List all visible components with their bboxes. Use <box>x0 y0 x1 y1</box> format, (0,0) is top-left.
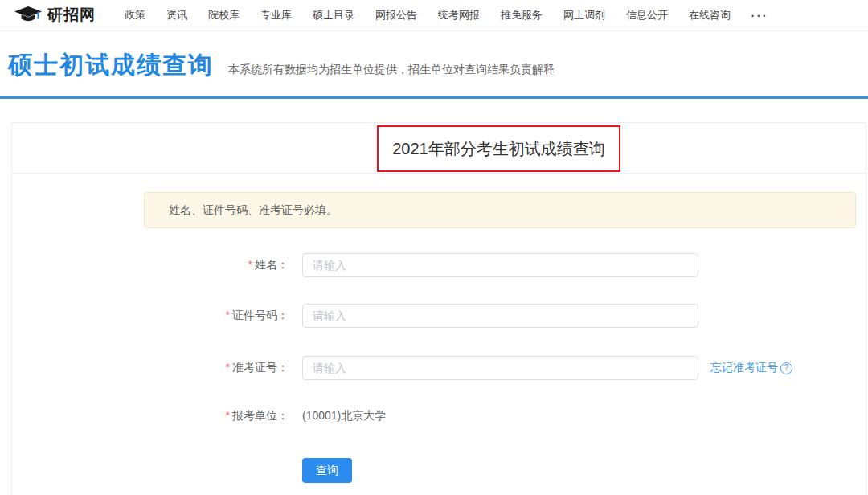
unit-value: (10001)北京大学 <box>302 409 386 423</box>
page-subtitle: 本系统所有数据均为招生单位提供，招生单位对查询结果负责解释 <box>228 63 555 77</box>
query-card: 2021年部分考生初试成绩查询 姓名、证件号码、准考证号必填。 *姓名： *证件… <box>11 122 866 495</box>
nav-more-icon[interactable]: ••• <box>751 10 768 20</box>
nav-item-announcements[interactable]: 网报公告 <box>375 8 417 22</box>
nav-item-info-disclosure[interactable]: 信息公开 <box>626 8 668 22</box>
forgot-ticket-link[interactable]: 忘记准考证号 ? <box>710 361 792 375</box>
form-row-unit: *报考单位： (10001)北京大学 <box>12 409 866 423</box>
required-mark: * <box>226 361 230 374</box>
ticket-number-input[interactable] <box>302 356 698 380</box>
nav-menu: 政策 资讯 院校库 专业库 硕士目录 网报公告 统考网报 推免服务 网上调剂 信… <box>125 8 768 22</box>
nav-item-policy[interactable]: 政策 <box>125 8 145 22</box>
id-number-label: *证件号码： <box>12 309 289 323</box>
question-circle-icon: ? <box>780 362 792 374</box>
form-row-name: *姓名： <box>12 253 866 277</box>
unit-label: *报考单位： <box>12 409 289 423</box>
nav-item-colleges[interactable]: 院校库 <box>208 8 240 22</box>
page-title: 硕士初试成绩查询 <box>8 53 214 77</box>
nav-item-online-consult[interactable]: 在线咨询 <box>689 8 731 22</box>
nav-item-majors[interactable]: 专业库 <box>260 8 292 22</box>
name-label: *姓名： <box>12 258 289 272</box>
logo[interactable]: 研招网 <box>14 5 96 26</box>
page: 研招网 政策 资讯 院校库 专业库 硕士目录 网报公告 统考网报 推免服务 网上… <box>0 0 868 495</box>
top-nav: 研招网 政策 资讯 院校库 专业库 硕士目录 网报公告 统考网报 推免服务 网上… <box>0 0 868 31</box>
ticket-number-label: *准考证号： <box>12 361 289 375</box>
required-mark: * <box>226 409 230 422</box>
red-annotation-box: 2021年部分考生初试成绩查询 <box>377 125 620 172</box>
nav-item-master-catalog[interactable]: 硕士目录 <box>313 8 354 22</box>
page-header: 硕士初试成绩查询 本系统所有数据均为招生单位提供，招生单位对查询结果负责解释 <box>0 31 868 99</box>
id-number-input[interactable] <box>302 304 698 328</box>
notice-banner: 姓名、证件号码、准考证号必填。 <box>144 192 856 228</box>
graduation-cap-icon <box>14 6 42 24</box>
nav-item-unified-exam[interactable]: 统考网报 <box>438 8 480 22</box>
form-row-submit: 查询 <box>12 458 866 483</box>
nav-item-adjustment[interactable]: 网上调剂 <box>563 8 605 22</box>
name-input[interactable] <box>302 253 698 277</box>
notice-text: 姓名、证件号码、准考证号必填。 <box>169 203 338 218</box>
card-header: 2021年部分考生初试成绩查询 <box>12 123 866 174</box>
query-button[interactable]: 查询 <box>302 458 352 483</box>
nav-item-news[interactable]: 资讯 <box>166 8 187 22</box>
required-mark: * <box>226 309 230 321</box>
logo-text: 研招网 <box>47 5 96 26</box>
required-mark: * <box>248 258 252 271</box>
form-row-id-number: *证件号码： <box>12 304 866 328</box>
nav-item-exempt-service[interactable]: 推免服务 <box>501 8 542 22</box>
form-row-ticket-number: *准考证号： 忘记准考证号 ? <box>12 356 866 380</box>
card-title: 2021年部分考生初试成绩查询 <box>392 138 605 160</box>
